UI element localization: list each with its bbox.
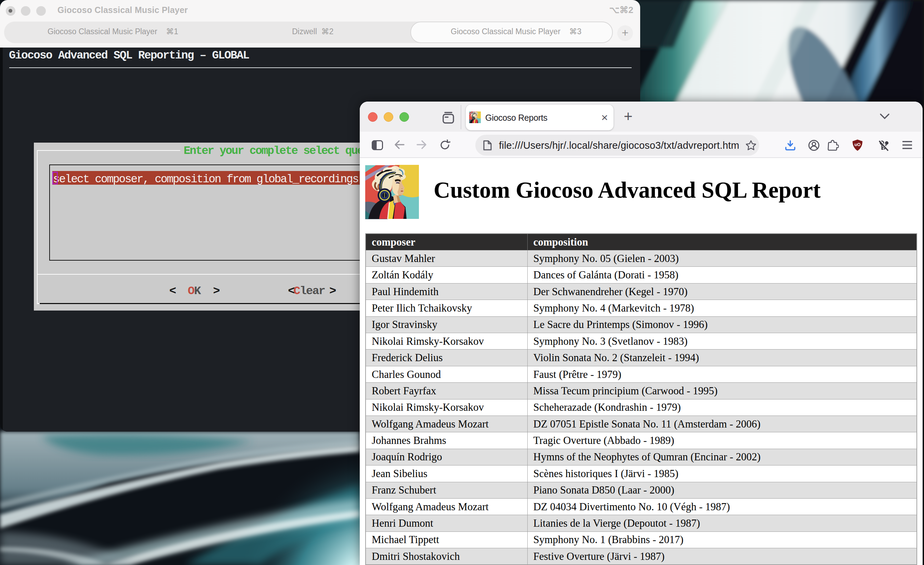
svg-text:uO: uO — [854, 142, 860, 147]
